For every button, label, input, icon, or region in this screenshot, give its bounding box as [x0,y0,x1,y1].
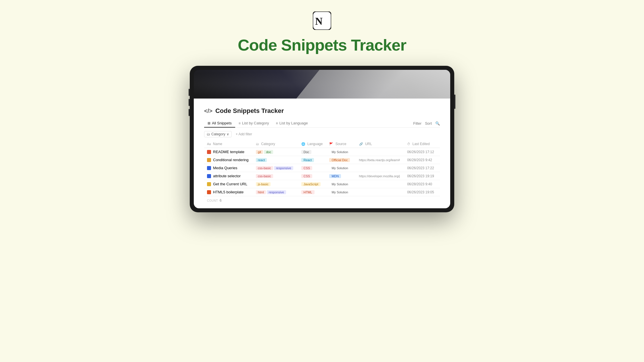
tab-list-category[interactable]: ≡ List by Category [235,119,273,128]
db-title-text: Code Snippets Tracker [215,107,284,115]
source-badge: My Solution [329,182,350,186]
table-header-row: Aa Name 🗂 Category 🌐 Language 🚩 [204,140,440,148]
language-badge: CSS [301,174,313,178]
language-badge: HTML [301,190,315,194]
sort-control[interactable]: Sort [425,121,432,126]
cell-category: js-basic [253,180,298,188]
cell-last-edited: 06/28/2023 9:40 [404,180,440,188]
cell-language: React [298,156,327,164]
toolbar: 🗂 Category ∨ + Add filter [204,131,440,137]
hero-image [194,70,450,99]
tab-list2-icon: ≡ [276,121,278,125]
th-language: 🌐 Language [298,140,327,148]
notion-logo: N [313,11,331,30]
cell-last-edited: 06/28/2023 9:42 [404,156,440,164]
table-row[interactable]: attribute selectorcss-basicCSSMDNhttps:/… [204,172,440,180]
date-text: 06/28/2023 9:42 [407,158,432,162]
table-row[interactable]: README templategitdocDocMy Solution06/26… [204,148,440,156]
row-icon [207,174,211,178]
date-text: 06/28/2023 9:40 [407,182,432,186]
tab-all-snippets-label: All Snippets [212,121,232,125]
th-category-icon: 🗂 [256,142,259,146]
tab-list1-icon: ≡ [239,121,241,125]
language-badge: React [301,158,314,162]
cell-last-edited: 06/26/2023 17:22 [404,164,440,172]
database-title: </> Code Snippets Tracker [204,107,440,115]
cell-url [356,148,405,156]
row-icon [207,182,211,186]
cell-name: HTML5 boilerplate [204,188,253,196]
side-button-top [189,89,190,96]
cell-last-edited: 06/26/2023 17:12 [404,148,440,156]
cell-category: react [253,156,298,164]
db-icon: </> [204,108,212,114]
snippets-table: Aa Name 🗂 Category 🌐 Language 🚩 [204,140,440,196]
language-badge: JavaScript [301,182,321,186]
right-notch [454,95,455,109]
count-value: 6 [220,199,222,203]
notion-content-area: </> Code Snippets Tracker ⊞ All Snippets… [194,99,450,208]
th-url-icon: 🔗 [359,142,363,146]
tabs-bar: ⊞ All Snippets ≡ List by Category ≡ List… [204,119,440,128]
cell-source: My Solution [326,188,356,196]
tab-all-snippets[interactable]: ⊞ All Snippets [204,119,235,128]
category-tag: react [256,158,267,162]
th-edited-icon: ⏱ [407,142,410,146]
cell-source: Official Doc [326,156,356,164]
source-badge: Official Doc [329,158,350,162]
cell-url: https://developer.mozilla.org/j [356,172,405,180]
cell-category: gitdoc [253,148,298,156]
filter-control[interactable]: Filter [413,121,421,126]
cell-name: Media Queries [204,164,253,172]
table-body: README templategitdocDocMy Solution06/26… [204,148,440,196]
tab-grid-icon: ⊞ [208,121,210,125]
category-tag: css-basic [256,174,273,178]
category-tag: responsive [267,190,286,194]
cell-source: MDN [326,172,356,180]
date-text: 06/26/2023 19:19 [407,174,434,178]
count-label: COUNT [207,199,218,202]
category-filter-button[interactable]: 🗂 Category ∨ [204,131,232,137]
row-name-text: Conditional rendering [213,158,249,162]
cell-name: attribute selector [204,172,253,180]
row-icon [207,150,211,154]
category-tag: doc [264,150,273,154]
table-row[interactable]: Get the Current URLjs-basicJavaScriptMy … [204,180,440,188]
table-row[interactable]: HTML5 boilerplatehtmlresponsiveHTMLMy So… [204,188,440,196]
category-tag: css-basic [256,166,273,170]
cell-url [356,188,405,196]
table-row[interactable]: Media Queriescss-basicresponsiveCSSMy So… [204,164,440,172]
row-name-text: HTML5 boilerplate [213,190,244,194]
date-text: 06/26/2023 17:22 [407,166,434,170]
url-text[interactable]: https://beta.reactjs.org/learn# [359,158,400,162]
cell-name: Conditional rendering [204,156,253,164]
th-name-icon: Aa [207,142,211,146]
row-name-text: attribute selector [213,174,241,178]
source-badge: My Solution [329,150,350,154]
category-filter-label: Category [211,132,225,136]
filter-dropdown-icon: ∨ [227,132,229,136]
url-text[interactable]: https://developer.mozilla.org/j [359,174,400,178]
row-name-text: Media Queries [213,166,237,170]
cell-category: css-basicresponsive [253,164,298,172]
tab-list-language[interactable]: ≡ List by Language [273,119,311,128]
tabs-right-controls: Filter Sort 🔍 [413,121,440,126]
category-tag: html [256,190,266,194]
cell-url [356,164,405,172]
page-title: Code Snippets Tracker [238,36,406,54]
add-filter-button[interactable]: + Add filter [234,131,254,137]
date-text: 06/26/2023 17:12 [407,150,434,154]
cell-source: My Solution [326,148,356,156]
cell-category: htmlresponsive [253,188,298,196]
cell-last-edited: 06/26/2023 19:19 [404,172,440,180]
tablet-device: </> Code Snippets Tracker ⊞ All Snippets… [190,66,454,212]
cell-language: Doc [298,148,327,156]
th-last-edited: ⏱ Last Edited [404,140,440,148]
category-filter-icon: 🗂 [207,132,210,136]
language-badge: Doc [301,150,312,154]
side-button-mid [189,99,190,106]
cell-language: CSS [298,164,327,172]
search-icon[interactable]: 🔍 [435,121,440,126]
th-source-icon: 🚩 [329,142,333,146]
table-row[interactable]: Conditional renderingreactReactOfficial … [204,156,440,164]
